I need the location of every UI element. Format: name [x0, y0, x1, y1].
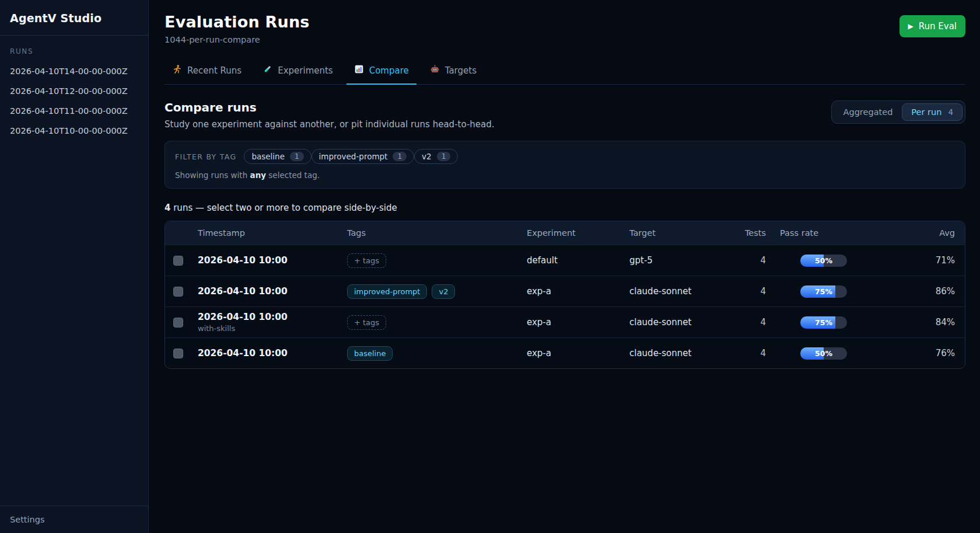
- add-tags-button[interactable]: + tags: [347, 253, 386, 268]
- col-timestamp: Timestamp: [198, 228, 347, 238]
- row-tags-cell: + tags: [347, 315, 527, 330]
- tab-label: Targets: [445, 65, 477, 76]
- tag-filter-name: v2: [422, 152, 432, 161]
- row-experiment: default: [527, 255, 629, 266]
- main-content: Evaluation Runs 1044-per-run-compare ▶ R…: [149, 0, 980, 533]
- tab-label: Experiments: [278, 65, 332, 76]
- row-tests: 4: [717, 348, 766, 358]
- toggle-aggregated[interactable]: Aggregated: [834, 103, 902, 121]
- filter-by-tag-card: FILTER BY TAG baseline1improved-prompt1v…: [164, 141, 965, 189]
- row-avg: 71%: [877, 255, 965, 266]
- row-checkbox-cell: [165, 287, 198, 297]
- tag-filter-chip-v2[interactable]: v21: [414, 149, 458, 164]
- row-target: claude-sonnet: [629, 348, 717, 358]
- sidebar-run-item[interactable]: 2026-04-10T10-00-00-000Z: [0, 121, 148, 141]
- settings-link[interactable]: Settings: [10, 515, 138, 524]
- col-pass-rate: Pass rate: [766, 228, 877, 238]
- col-target: Target: [629, 228, 717, 238]
- row-tags-cell: baseline: [347, 346, 527, 361]
- toggle-per-run-label: Per run: [911, 107, 942, 117]
- row-checkbox[interactable]: [173, 287, 183, 297]
- row-checkbox-cell: [165, 256, 198, 266]
- tab-recent-runs[interactable]: Recent Runs: [164, 58, 249, 84]
- filter-note-any: any: [250, 170, 267, 180]
- add-tags-button[interactable]: + tags: [347, 315, 386, 330]
- sidebar-run-item[interactable]: 2026-04-10T11-00-00-000Z: [0, 101, 148, 121]
- pass-rate-bar: 75%: [800, 316, 847, 329]
- runs-table: Timestamp Tags Experiment Target Tests P…: [164, 221, 965, 369]
- row-pass-rate-cell: 50%: [766, 347, 877, 360]
- row-timestamp: 2026-04-10 10:00: [198, 255, 347, 266]
- row-tag-baseline[interactable]: baseline: [347, 346, 393, 361]
- row-target: gpt-5: [629, 255, 717, 266]
- row-checkbox[interactable]: [173, 318, 183, 328]
- sidebar-footer: Settings: [0, 506, 148, 533]
- tag-filter-count: 1: [393, 152, 407, 161]
- row-timestamp-cell: 2026-04-10 10:00: [198, 348, 347, 358]
- play-icon: ▶: [908, 22, 914, 30]
- row-pass-rate-cell: 50%: [766, 255, 877, 267]
- table-row: 2026-04-10 10:00improved-promptv2exp-acl…: [165, 276, 965, 306]
- page-header: Evaluation Runs 1044-per-run-compare ▶ R…: [164, 13, 965, 44]
- tab-compare[interactable]: Compare: [346, 58, 416, 84]
- table-row: 2026-04-10 10:00with-skills+ tagsexp-acl…: [165, 306, 965, 337]
- sidebar-run-item[interactable]: 2026-04-10T14-00-00-000Z: [0, 61, 148, 81]
- pass-rate-bar: 75%: [800, 285, 847, 298]
- table-body: 2026-04-10 10:00+ tagsdefaultgpt-5450%71…: [165, 245, 965, 368]
- run-list: 2026-04-10T14-00-00-000Z2026-04-10T12-00…: [0, 61, 148, 141]
- pass-rate-bar: 50%: [800, 347, 847, 360]
- row-avg: 76%: [877, 348, 965, 358]
- row-experiment: exp-a: [527, 286, 629, 297]
- row-tests: 4: [717, 286, 766, 297]
- bar-chart-icon: [354, 64, 364, 76]
- compare-section-header: Compare runs Study one experiment agains…: [164, 100, 965, 130]
- view-mode-toggle: Aggregated Per run 4: [831, 100, 965, 124]
- row-pass-rate-cell: 75%: [766, 316, 877, 329]
- table-row: 2026-04-10 10:00baselineexp-aclaude-sonn…: [165, 337, 965, 368]
- test-tube-icon: [262, 64, 272, 76]
- table-header: Timestamp Tags Experiment Target Tests P…: [165, 221, 965, 245]
- run-eval-label: Run Eval: [919, 21, 957, 32]
- compare-heading: Compare runs: [164, 100, 495, 114]
- row-tag-v2[interactable]: v2: [432, 284, 455, 299]
- table-row: 2026-04-10 10:00+ tagsdefaultgpt-5450%71…: [165, 245, 965, 276]
- col-avg: Avg: [877, 228, 965, 238]
- pass-rate-bar: 50%: [800, 255, 847, 267]
- row-tags-cell: + tags: [347, 253, 527, 268]
- runner-icon: [172, 64, 182, 76]
- row-checkbox-cell: [165, 318, 198, 328]
- row-tag-improved-prompt[interactable]: improved-prompt: [347, 284, 427, 299]
- tag-filter-name: baseline: [251, 152, 285, 161]
- tab-label: Compare: [369, 65, 409, 76]
- row-tests: 4: [717, 317, 766, 328]
- row-timestamp-cell: 2026-04-10 10:00: [198, 286, 347, 297]
- tag-filter-chip-improved-prompt[interactable]: improved-prompt1: [312, 149, 414, 164]
- toggle-per-run-count: 4: [948, 107, 953, 117]
- tab-experiments[interactable]: Experiments: [255, 58, 340, 84]
- row-checkbox[interactable]: [173, 256, 183, 266]
- row-tests: 4: [717, 255, 766, 266]
- tag-filter-count: 1: [290, 152, 304, 161]
- run-eval-button[interactable]: ▶ Run Eval: [900, 15, 965, 37]
- tag-filter-chip-baseline[interactable]: baseline1: [244, 149, 311, 164]
- row-timestamp: 2026-04-10 10:00: [198, 348, 347, 358]
- row-timestamp-cell: 2026-04-10 10:00with-skills: [198, 312, 347, 333]
- page-subtitle: 1044-per-run-compare: [164, 35, 310, 44]
- tab-targets[interactable]: Targets: [422, 58, 484, 84]
- row-target: claude-sonnet: [629, 286, 717, 297]
- row-pass-rate-cell: 75%: [766, 285, 877, 298]
- page-title: Evaluation Runs: [164, 13, 310, 31]
- row-tags-cell: improved-promptv2: [347, 284, 527, 299]
- app-root: AgentV Studio RUNS 2026-04-10T14-00-00-0…: [0, 0, 980, 533]
- sidebar-run-item[interactable]: 2026-04-10T12-00-00-000Z: [0, 81, 148, 101]
- runs-section-label: RUNS: [10, 47, 138, 55]
- pass-rate-label: 75%: [800, 285, 847, 298]
- row-timestamp-cell: 2026-04-10 10:00: [198, 255, 347, 266]
- toggle-per-run[interactable]: Per run 4: [902, 103, 963, 121]
- pass-rate-label: 75%: [800, 316, 847, 329]
- sidebar-header: AgentV Studio: [0, 0, 148, 36]
- col-tests: Tests: [717, 228, 766, 238]
- row-checkbox[interactable]: [173, 349, 183, 358]
- pass-rate-label: 50%: [800, 255, 847, 267]
- runs-count: 4: [164, 203, 170, 213]
